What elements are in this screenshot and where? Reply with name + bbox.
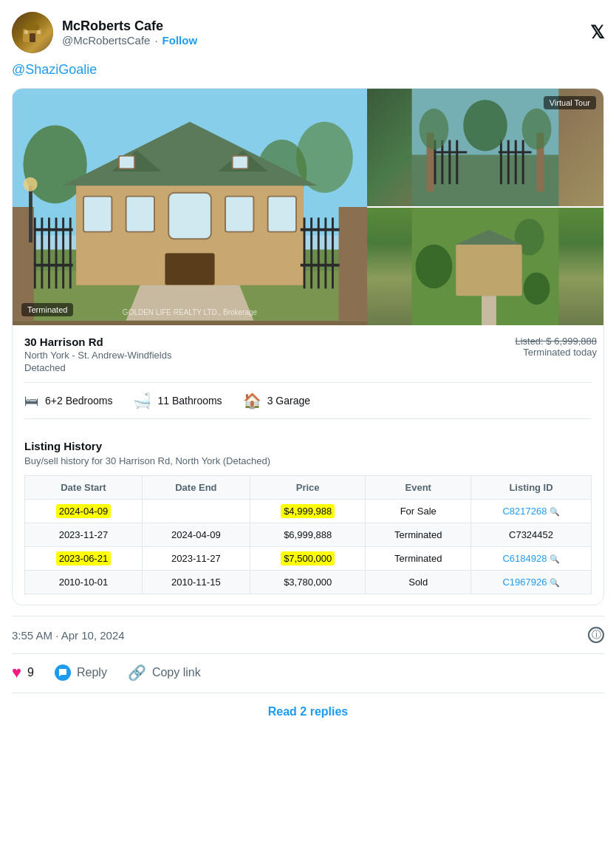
heart-icon: ♥ (12, 663, 21, 682)
avatar[interactable] (12, 12, 53, 53)
dot-separator: · (154, 34, 157, 47)
svg-rect-20 (233, 156, 248, 169)
timestamp-text: 3:55 AM · Apr 10, 2024 (12, 629, 125, 642)
svg-rect-25 (168, 193, 211, 239)
features-row: 🛏 6+2 Bedrooms 🛁 11 Bathrooms 🏠 3 Garage (24, 382, 592, 419)
svg-rect-38 (310, 217, 312, 288)
svg-point-62 (522, 109, 552, 150)
account-handle-follow: @McRobertsCafe · Follow (62, 34, 197, 47)
listing-id-link[interactable]: C6184928 (502, 553, 547, 564)
reply-label: Reply (77, 666, 107, 679)
svg-rect-33 (62, 217, 64, 288)
property-location: North York - St. Andrew-Windfields (24, 350, 171, 361)
cell-event: Terminated (366, 547, 471, 571)
svg-rect-32 (55, 217, 58, 288)
col-date-start: Date Start (25, 476, 143, 500)
cell-price: $4,999,988 (250, 500, 366, 523)
copy-link-action[interactable]: 🔗 Copy link (128, 664, 201, 682)
cell-price: $6,999,888 (250, 523, 366, 547)
svg-rect-37 (304, 217, 306, 288)
info-icon[interactable]: ⓘ (588, 627, 604, 643)
read-replies-button[interactable]: Read 2 replies (12, 693, 604, 730)
svg-rect-2 (30, 33, 35, 42)
svg-rect-68 (456, 245, 521, 296)
svg-rect-35 (34, 228, 73, 231)
svg-rect-70 (482, 296, 496, 325)
main-property-image: Terminated GOLDEN LIFE REALTY LTD., Brok… (13, 89, 367, 325)
listing-id-link[interactable]: C8217268 (502, 506, 547, 517)
cell-date-end (142, 500, 250, 523)
image-side: Virtual Tour (367, 89, 603, 325)
svg-rect-28 (339, 207, 367, 321)
property-address: 30 Harrison Rd (24, 336, 171, 348)
svg-point-65 (416, 245, 453, 289)
like-action[interactable]: ♥ 9 (12, 663, 34, 682)
listed-price: Listed: $ 6,999,888 (515, 336, 597, 347)
svg-rect-21 (83, 197, 112, 232)
svg-rect-42 (301, 228, 340, 231)
svg-rect-23 (225, 197, 253, 232)
listing-id-link[interactable]: C1967926 (502, 577, 547, 588)
tweet-actions: ♥ 9 Reply 🔗 Copy link (12, 653, 604, 693)
svg-rect-31 (48, 217, 50, 288)
svg-rect-44 (29, 186, 32, 242)
tweet-header: McRoberts Cafe @McRobertsCafe · Follow 𝕏 (12, 12, 604, 53)
cell-listing-id: C6184928 🔍 (471, 547, 592, 571)
cell-event: For Sale (366, 500, 471, 523)
search-icon: 🔍 (547, 554, 559, 563)
svg-rect-36 (34, 264, 73, 267)
col-price: Price (250, 476, 366, 500)
svg-point-61 (420, 109, 449, 150)
x-logo-icon[interactable]: 𝕏 (590, 22, 604, 43)
tweet-timestamp: 3:55 AM · Apr 10, 2024 ⓘ (12, 616, 604, 653)
svg-rect-56 (515, 140, 517, 185)
property-header-row: 30 Harrison Rd North York - St. Andrew-W… (24, 336, 592, 382)
bedrooms-feature: 🛏 6+2 Bedrooms (24, 392, 112, 409)
garage-label: 3 Garage (267, 395, 310, 407)
table-row: 2024-04-09$4,999,988For SaleC8217268 🔍 (25, 500, 592, 523)
property-info-left: 30 Harrison Rd North York - St. Andrew-W… (24, 336, 171, 382)
account-name[interactable]: McRoberts Cafe (62, 18, 197, 34)
svg-rect-34 (69, 217, 72, 288)
svg-rect-19 (119, 156, 134, 169)
cell-date-end: 2010-11-15 (142, 571, 250, 594)
terminated-today: Terminated today (523, 347, 597, 358)
listing-history-subtitle: Buy/sell history for 30 Harrison Rd, Nor… (24, 455, 592, 466)
svg-rect-41 (332, 217, 334, 288)
follow-button[interactable]: Follow (162, 34, 198, 47)
table-row: 2023-11-272024-04-09$6,999,888Terminated… (25, 523, 592, 547)
account-handle[interactable]: @McRobertsCafe (62, 34, 150, 47)
bathrooms-feature: 🛁 11 Bathrooms (133, 392, 222, 409)
cell-listing-id: C7324452 (471, 523, 592, 547)
tweet-header-left: McRoberts Cafe @McRobertsCafe · Follow (12, 12, 197, 53)
col-event: Event (366, 476, 471, 500)
terminated-badge: Terminated (21, 303, 73, 316)
svg-rect-4 (37, 30, 41, 34)
side-image-top: Virtual Tour (367, 89, 603, 208)
cell-event: Sold (366, 571, 471, 594)
svg-rect-53 (456, 140, 458, 185)
svg-rect-3 (24, 30, 28, 34)
virtual-tour-badge: Virtual Tour (544, 96, 596, 109)
svg-point-60 (463, 100, 507, 152)
svg-rect-57 (522, 140, 524, 185)
side-image-bottom (367, 208, 603, 325)
svg-rect-52 (448, 140, 451, 185)
bath-icon: 🛁 (133, 392, 151, 409)
bed-icon: 🛏 (24, 392, 39, 409)
link-icon: 🔗 (128, 664, 146, 682)
watermark-text: GOLDEN LIFE REALTY LTD., Brokerage (123, 308, 257, 316)
listing-history: Listing History Buy/sell history for 30 … (13, 440, 603, 605)
svg-rect-30 (41, 217, 43, 288)
svg-point-45 (23, 177, 37, 191)
table-row: 2010-10-012010-11-15$3,780,000SoldC19679… (25, 571, 592, 594)
svg-rect-59 (499, 151, 532, 153)
svg-rect-55 (507, 140, 510, 185)
garage-icon: 🏠 (243, 392, 261, 409)
like-count: 9 (27, 666, 34, 679)
tweet-mention[interactable]: @ShaziGoalie (12, 62, 604, 78)
cell-date-start: 2023-11-27 (25, 523, 143, 547)
reply-action[interactable]: Reply (55, 665, 107, 681)
cell-date-end: 2023-11-27 (142, 547, 250, 571)
svg-rect-51 (441, 140, 443, 185)
